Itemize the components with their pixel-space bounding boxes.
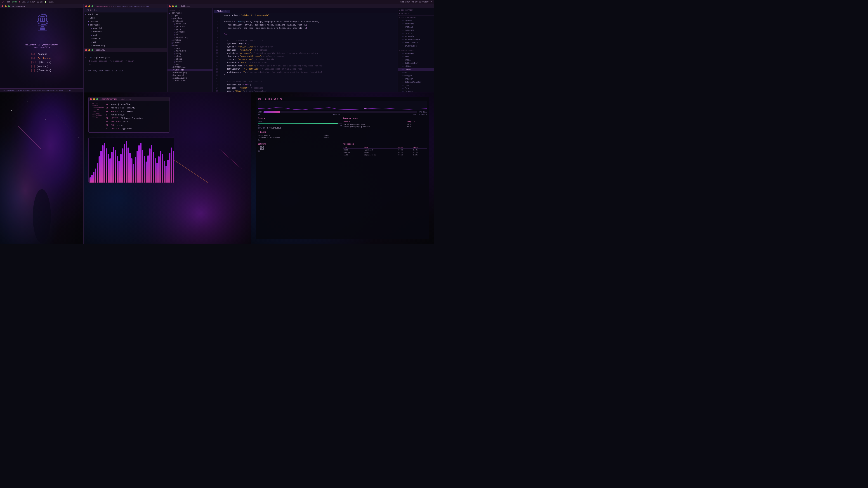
source-code[interactable]: description = "Flake of LibrePhoenix"; o… xyxy=(220,13,398,92)
tree-item-patches[interactable]: ▶ patches xyxy=(167,17,213,20)
fm-item-homelab[interactable]: ▶ home-lab xyxy=(85,27,166,30)
fm-item-profiles[interactable]: ▼ profiles xyxy=(85,24,166,27)
tree-item-style[interactable]: □ style xyxy=(167,61,213,63)
outline-item-locale[interactable]: ○ locale xyxy=(398,32,434,35)
editor-close-dot[interactable] xyxy=(169,5,170,7)
tree-item-themes[interactable]: □ themes xyxy=(167,41,213,44)
editor-file-tree[interactable]: .dotfiles ▼ .dotfiles ▶ .git ▶ patches ▼… xyxy=(167,8,213,92)
fm-close-dot[interactable] xyxy=(85,5,87,7)
qb-link-closetab[interactable]: [x] [Close tab] xyxy=(31,69,53,73)
visualizer-bar xyxy=(155,158,156,183)
tree-item-app[interactable]: □ app xyxy=(167,47,213,50)
tree-item-worklab[interactable]: □ worklab xyxy=(167,31,213,33)
line-num: 9 xyxy=(213,39,218,43)
outline-item-hostname[interactable]: ○ hostname xyxy=(398,22,434,26)
outline-item-dotfilesdir2[interactable]: ○ dotfilesDir xyxy=(398,62,434,65)
outline-item-system[interactable]: ○ system xyxy=(398,19,434,22)
fm-item-personal[interactable]: ▶ personal xyxy=(85,30,166,34)
outline-system-settings[interactable]: ▼ systemSettings xyxy=(398,15,434,19)
tree-item-work[interactable]: □ work xyxy=(167,28,213,31)
tree-item-shell[interactable]: □ shell xyxy=(167,58,213,61)
outline-item-username[interactable]: ○ username xyxy=(398,52,434,55)
qb-navigation-links[interactable]: [o] [Search] [b] [Quickmarks] [S h] [His… xyxy=(31,53,53,73)
tree-item-dotfiles[interactable]: ▼ .dotfiles xyxy=(167,12,213,14)
win-close-dot[interactable] xyxy=(2,5,3,7)
qb-link-quickmarks[interactable]: [b] [Quickmarks] xyxy=(31,57,53,61)
tree-item-install-sh[interactable]: ○ install.sh xyxy=(167,79,213,82)
term-min-dot[interactable] xyxy=(88,49,90,51)
fm-max-dot[interactable] xyxy=(92,5,93,7)
fm-item-readme-profiles[interactable]: ○ README.org xyxy=(85,44,166,48)
terminal-content[interactable]: ↪ root rapidash-galar ~$ nixos-scripts -… xyxy=(84,52,167,92)
qb-link-history[interactable]: [S h] [History] xyxy=(31,61,53,65)
tree-item-desktop-png[interactable]: ○ desktop.png xyxy=(167,71,213,74)
outline-item-timezone[interactable]: ○ timezone xyxy=(398,29,434,32)
outline-item-browser[interactable]: ○ browser xyxy=(398,77,434,80)
editor-min-dot[interactable] xyxy=(172,5,174,7)
tree-item-user[interactable]: ▼ user xyxy=(167,44,213,47)
editor-titlebar: .dotfiles xyxy=(167,4,434,8)
fm-item-worklab[interactable]: ▶ worklab xyxy=(85,37,166,41)
tree-item-harden-sh[interactable]: ○ harden.sh xyxy=(167,74,213,77)
editor-title: .dotfiles xyxy=(179,5,190,7)
neofetch-close-dot[interactable] xyxy=(90,98,92,100)
tree-item-profiles[interactable]: ▼ profiles xyxy=(167,20,213,23)
term-close-dot[interactable] xyxy=(85,49,87,51)
proc-name: emacs xyxy=(363,151,398,154)
file-manager-panel[interactable]: ~/dotfiles ▼ .dotfiles ▶ .git ▶ patches … xyxy=(84,8,167,48)
tree-item-git[interactable]: ▶ .git xyxy=(167,14,213,17)
outline-item-font[interactable]: ○ font xyxy=(398,87,434,90)
outline-item-editor[interactable]: ○ editor xyxy=(398,65,434,68)
tree-item-wm[interactable]: □ wm xyxy=(167,63,213,66)
tab-flake-nix[interactable]: flake.nix xyxy=(214,10,230,13)
outline-item-wmtype[interactable]: ○ wmType xyxy=(398,74,434,77)
procs-table: PID Name CPU% MEM% 2520 Hyprland 0.3% 0.… xyxy=(343,146,427,156)
outline-item-email[interactable]: ○ email xyxy=(398,59,434,62)
tree-item-flake-nix[interactable]: ● flake.nix xyxy=(167,69,213,71)
outline-item-profile[interactable]: ○ profile xyxy=(398,26,434,29)
outline-item-dotfilesdir[interactable]: ○ dotfilesDir xyxy=(398,41,434,44)
fm-item-work[interactable]: ▶ work xyxy=(85,34,166,37)
outline-item-grubdevice[interactable]: ○ grubDevice xyxy=(398,44,434,48)
fm-item-dotfiles[interactable]: ▼ .dotfiles xyxy=(85,13,166,17)
outline-item-defaultroamdir[interactable]: ○ defaultRoamDir xyxy=(398,80,434,84)
tree-item-system[interactable]: □ system xyxy=(167,39,213,41)
network-section: Network ↓ 36.0 ↑ 10.5 0% xyxy=(258,143,342,156)
tree-item-readme-root[interactable]: ○ README.org xyxy=(167,66,213,69)
neofetch-min-dot[interactable] xyxy=(93,98,95,100)
tree-item-readme-p[interactable]: ○ README.org xyxy=(167,36,213,39)
fm-item-patches[interactable]: ▶ patches xyxy=(85,20,166,24)
qb-link-search[interactable]: [o] [Search] xyxy=(31,53,53,57)
editor-tab-bar[interactable]: flake.nix xyxy=(213,8,398,13)
visualizer-bar xyxy=(129,153,131,183)
tree-item-lang[interactable]: □ lang xyxy=(167,53,213,55)
fm-item-wsl[interactable]: ▶ wsl xyxy=(85,41,166,44)
tree-item-install-org[interactable]: ○ install.org xyxy=(167,77,213,79)
table-row: 559631 emacs 0.2% 0.7% xyxy=(343,151,427,154)
outline-item-term[interactable]: ○ term xyxy=(398,84,434,87)
outline-item-bootmountpath[interactable]: ○ bootMountPath xyxy=(398,38,434,41)
outline-item-wm[interactable]: ○ wm xyxy=(398,71,434,74)
fm-item-git[interactable]: ▶ .git xyxy=(85,17,166,20)
win-min-dot[interactable] xyxy=(5,5,6,7)
outline-user-settings[interactable]: ▼ userSettings xyxy=(398,48,434,52)
tree-item-personal[interactable]: □ personal xyxy=(167,25,213,28)
net-header: Network xyxy=(258,143,342,145)
outline-item-name[interactable]: ○ name xyxy=(398,55,434,59)
outline-item-theme[interactable]: ● theme xyxy=(398,68,434,71)
term-max-dot[interactable] xyxy=(92,49,93,51)
fm-min-dot[interactable] xyxy=(88,5,90,7)
outline-outputs[interactable]: ▶ outputs xyxy=(398,12,434,15)
tree-item-homelab[interactable]: □ home-lab xyxy=(167,23,213,25)
tree-item-wsl[interactable]: □ wsl xyxy=(167,33,213,36)
tree-item-pkgs[interactable]: □ pkgs xyxy=(167,55,213,58)
fm-tree-view[interactable]: ▼ .dotfiles ▶ .git ▶ patches ▼ profiles … xyxy=(84,12,167,48)
qb-link-newtab[interactable]: [t] [New tab] xyxy=(31,65,53,69)
tree-item-hardware[interactable]: □ hardware xyxy=(167,50,213,53)
editor-max-dot[interactable] xyxy=(175,5,177,7)
disk-dev: /dev/dm-0 / xyxy=(258,134,323,136)
win-max-dot[interactable] xyxy=(8,5,10,7)
outline-item-fontpkg[interactable]: ○ fontPkg xyxy=(398,90,434,92)
outline-item-bootmode[interactable]: ○ bootMode xyxy=(398,35,434,38)
neofetch-max-dot[interactable] xyxy=(96,98,98,100)
